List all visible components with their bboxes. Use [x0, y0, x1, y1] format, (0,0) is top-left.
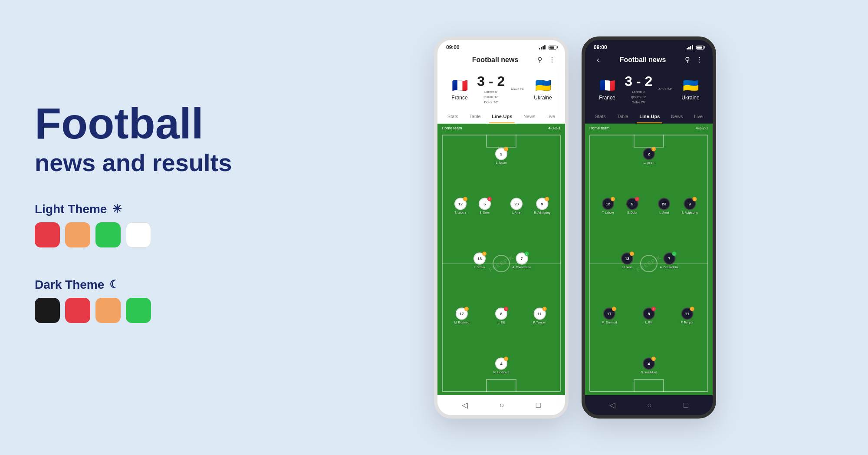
flag-away-light: 🇺🇦 — [535, 78, 551, 93]
player-9-dark: 9! E. Adipiscing — [681, 198, 697, 214]
player-5-light: 5! S. Dolor — [479, 198, 491, 214]
dark-theme-label: Dark Theme ☾ — [35, 278, 256, 292]
score-details-away-dark: Amet 24' — [658, 87, 672, 92]
left-section: Football news and results Light Theme ☀ … — [0, 0, 282, 455]
player-4-light: 4! N. Incididunt — [493, 357, 509, 373]
player-13-dark: 13! I. Lorem — [621, 253, 633, 269]
team-away-light: 🇺🇦 Ukraine — [528, 78, 558, 101]
player-2-dark: 2! L. Ipsum — [643, 148, 655, 164]
player-7-dark: 7+ A. Consectetur — [660, 253, 679, 269]
recents-nav-light[interactable]: □ — [536, 401, 541, 410]
field-area-dark: 2! L. Ipsum 12! T. Labore 5! S. Dolor 23… — [585, 132, 713, 394]
player-2-light: 2! L. Ipsum — [495, 148, 507, 164]
flag-home-dark: 🇫🇷 — [599, 78, 615, 93]
phone-dark: 09:00 ‹ Football news ⚲ ⋮ — [582, 36, 716, 419]
player-5-dark: 5! S. Dolor — [626, 198, 638, 214]
field-penalty-top-light — [486, 135, 516, 148]
tab-lineups-light[interactable]: Line-Ups — [489, 110, 515, 123]
player-17-light: 17! M. Eiusmod — [454, 308, 469, 324]
team-away-name-dark: Ukraine — [681, 95, 699, 101]
score-section-light: 🇫🇷 France 3 - 2 Lorem 8' Ipsum 32' Dolor… — [437, 68, 565, 110]
light-theme-label: Light Theme ☀ — [35, 202, 256, 216]
menu-icon-light[interactable]: ⋮ — [546, 56, 558, 64]
app-header-dark: ‹ Football news ⚲ ⋮ — [585, 53, 713, 68]
team-away-name-light: Ukraine — [534, 95, 552, 101]
moon-icon: ☾ — [109, 278, 119, 291]
swatch-dark-green — [126, 298, 151, 323]
app-header-light: ‹ Football news ⚲ ⋮ — [437, 53, 565, 68]
player-11-light: 11! P. Tempor — [533, 308, 546, 324]
search-icon-dark[interactable]: ⚲ — [681, 56, 694, 64]
field-header-dark: Home team 4-3-2-1 — [585, 124, 713, 132]
phone-light: 09:00 ‹ Football news ⚲ ⋮ — [434, 36, 569, 419]
back-nav-light[interactable]: ◁ — [462, 400, 468, 410]
home-nav-light[interactable]: ○ — [500, 401, 504, 410]
menu-icon-dark[interactable]: ⋮ — [694, 56, 706, 64]
player-8-dark: 8! L. Elit — [643, 308, 655, 324]
swatch-green — [95, 222, 121, 247]
tab-lineups-dark[interactable]: Line-Ups — [637, 110, 662, 123]
team-home-name-dark: France — [599, 95, 615, 101]
tab-live-light[interactable]: Live — [544, 110, 558, 123]
light-swatches — [35, 222, 256, 247]
team-home-light: 🇫🇷 France — [444, 78, 475, 101]
field-dark: Home team 4-3-2-1 2! L. Ipsum 12! T. Lab… — [585, 124, 713, 395]
tab-stats-dark[interactable]: Stats — [592, 110, 608, 123]
score-section-dark: 🇫🇷 France 3 - 2 Lorem 8' Ipsum 32' Dolor… — [585, 68, 713, 110]
phones-section: 09:00 ‹ Football news ⚲ ⋮ — [282, 0, 868, 455]
search-icon-light[interactable]: ⚲ — [534, 56, 546, 64]
player-4-dark: 4! N. Incididunt — [641, 357, 657, 373]
player-23-dark: 23 L. Amet — [658, 198, 670, 214]
team-away-dark: 🇺🇦 Ukraine — [675, 78, 706, 101]
field-center-circle-light — [493, 255, 510, 272]
field-penalty-bottom-dark — [634, 379, 664, 392]
status-bar-light: 09:00 — [437, 40, 565, 53]
tab-live-dark[interactable]: Live — [691, 110, 705, 123]
tab-stats-light[interactable]: Stats — [445, 110, 461, 123]
player-11-dark: 11! P. Tempor — [681, 308, 694, 324]
player-17-dark: 17! M. Eiusmod — [602, 308, 617, 324]
swatch-dark-orange — [95, 298, 121, 323]
field-header-light: Home team 4-3-2-1 — [437, 124, 565, 132]
dark-swatches — [35, 298, 256, 323]
team-home-name-light: France — [451, 95, 467, 101]
tab-table-dark[interactable]: Table — [614, 110, 631, 123]
player-13-light: 13! I. Lorem — [473, 253, 486, 269]
score-details-light: Lorem 8' Ipsum 32' Dolor 76' — [483, 89, 498, 105]
swatch-orange — [65, 222, 90, 247]
tab-news-dark[interactable]: News — [668, 110, 686, 123]
back-nav-dark[interactable]: ◁ — [609, 400, 615, 410]
score-center-light: 3 - 2 Lorem 8' Ipsum 32' Dolor 76' — [475, 73, 507, 105]
status-icons-dark — [687, 45, 704, 49]
player-9-light: 9! E. Adipiscing — [534, 198, 550, 214]
field-center-circle-dark — [640, 255, 658, 272]
battery-icon-dark — [696, 46, 704, 49]
swatch-white — [126, 222, 151, 247]
tabs-dark: Stats Table Line-Ups News Live — [585, 110, 713, 124]
score-center-dark: 3 - 2 Lorem 8' Ipsum 32' Dolor 76' — [622, 73, 655, 105]
recents-nav-dark[interactable]: □ — [684, 401, 688, 410]
status-bar-dark: 09:00 — [585, 40, 713, 53]
field-light: Home team 4-3-2-1 2! L. Ipsum 12! T. Lab… — [437, 124, 565, 395]
home-nav-dark[interactable]: ○ — [647, 401, 652, 410]
swatch-dark-red — [65, 298, 90, 323]
main-title: Football — [35, 102, 256, 145]
time-dark: 09:00 — [594, 44, 607, 50]
player-23-light: 23 L. Amet — [510, 198, 523, 214]
score-text-dark: 3 - 2 — [625, 73, 652, 89]
swatch-dark — [35, 298, 60, 323]
header-title-dark: Football news — [604, 56, 681, 64]
tab-news-light[interactable]: News — [521, 110, 538, 123]
status-icons-light — [539, 45, 556, 49]
tab-table-light[interactable]: Table — [467, 110, 483, 123]
score-text-light: 3 - 2 — [477, 73, 505, 89]
battery-icon-light — [549, 46, 556, 49]
back-icon-dark[interactable]: ‹ — [592, 56, 604, 64]
sun-icon: ☀ — [112, 202, 122, 216]
signal-icon-light — [539, 45, 546, 49]
player-12-dark: 12! T. Labore — [602, 198, 614, 214]
player-8-light: 8! L. Elit — [495, 308, 507, 324]
score-details-dark: Lorem 8' Ipsum 32' Dolor 76' — [631, 89, 646, 105]
flag-home-light: 🇫🇷 — [452, 78, 468, 93]
header-title-light: Football news — [457, 56, 534, 64]
